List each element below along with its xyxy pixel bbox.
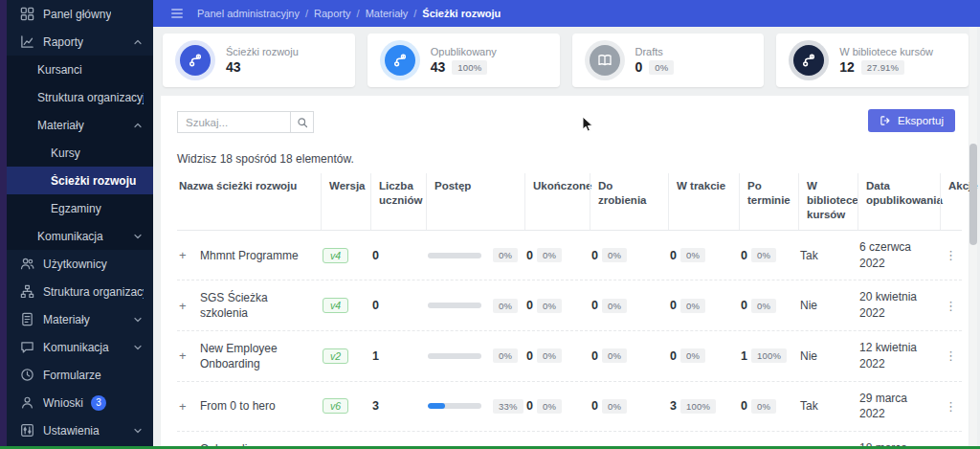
stat-card-value: 12 27.91%: [839, 59, 933, 75]
breadcrumb-item[interactable]: Panel administracyjny: [197, 8, 300, 19]
breadcrumb-item[interactable]: Materiały: [366, 8, 409, 19]
students-cell: 0: [370, 290, 426, 321]
todo-cell: 00%: [590, 391, 668, 422]
in-progress-cell: 3100%: [668, 391, 739, 422]
in-progress-cell: 00%: [668, 340, 739, 371]
students-cell: 0: [370, 240, 426, 271]
row-actions-button[interactable]: ⋮: [942, 299, 960, 313]
sidebar-item-struktura-organizacyjna[interactable]: Struktura organizacyjna: [7, 83, 153, 111]
stat-card-text: Opublikowany 43 100%: [431, 46, 497, 75]
sidebar-item-użytkownicy[interactable]: Użytkownicy: [7, 250, 153, 278]
sidebar-item-label: Ustawienia: [43, 424, 100, 438]
sidebar-item-label: Materiały: [37, 119, 84, 132]
sidebar-item-egzaminy[interactable]: Egzaminy: [7, 194, 153, 222]
menu-collapse-icon[interactable]: [170, 7, 184, 20]
students-cell: 1: [370, 341, 426, 371]
sidebar-item-label: Egzaminy: [51, 202, 101, 215]
stat-card-label: W bibliotece kursów: [839, 46, 933, 57]
breadcrumb: Panel administracyjny/Raporty/Materiały/…: [197, 8, 501, 19]
sidebar-item-kursy[interactable]: Kursy: [7, 139, 153, 167]
stat-count: 1: [741, 349, 747, 363]
stat-percent-badge: 0%: [602, 399, 627, 414]
paths-table: Nazwa ścieżki rozwojuWersjaLiczba ucznió…: [177, 173, 962, 449]
stat-count: 0: [670, 249, 677, 262]
stat-card-label: Opublikowany: [431, 46, 497, 57]
stat-count: 0: [591, 399, 598, 413]
path-name: New Employee Onboarding: [200, 341, 315, 371]
sidebar-item-panel-główny[interactable]: Panel główny: [7, 0, 153, 28]
stat-percent-badge: 0%: [602, 248, 627, 262]
stat-card-value: 0 0%: [635, 59, 675, 75]
row-actions-button[interactable]: ⋮: [942, 399, 960, 414]
sidebar-item-struktura-organizacyjna[interactable]: Struktura organizacyjna: [7, 278, 153, 305]
column-header-nazwa-ścieżki-rozwoju: Nazwa ścieżki rozwoju: [177, 173, 321, 230]
actions-cell: ⋮: [940, 290, 962, 322]
todo-cell: 00%: [590, 239, 668, 271]
in-library-cell: Nie: [798, 290, 858, 321]
settings-icon: [20, 423, 34, 438]
users-icon: [20, 257, 34, 271]
stat-count: 0: [591, 249, 598, 262]
path-name-cell: + SGS Ścieżka szkolenia: [177, 281, 321, 329]
progress-percent-badge: 33%: [493, 399, 523, 414]
progress-percent-badge: 0%: [493, 248, 518, 262]
path-icon: [180, 45, 211, 76]
sidebar-item-raporty[interactable]: Raporty: [7, 28, 153, 56]
sidebar-item-wnioski[interactable]: Wnioski 3: [7, 389, 153, 416]
search-input[interactable]: [177, 111, 290, 133]
path-name-cell: + New Employee Onboarding: [177, 332, 321, 380]
row-actions-button[interactable]: ⋮: [942, 348, 960, 363]
completed-cell: 00%: [524, 239, 590, 271]
sidebar-item-ścieżki-rozwoju[interactable]: Ścieżki rozwoju: [7, 167, 153, 194]
sidebar-item-label: Panel główny: [43, 8, 111, 21]
stat-percent-badge: 0%: [680, 348, 705, 363]
chevron-down-icon: [132, 231, 144, 242]
sidebar-item-materiały[interactable]: Materiały: [7, 305, 153, 333]
expand-row-button[interactable]: +: [179, 399, 200, 414]
notification-badge: 3: [91, 395, 106, 411]
sidebar-item-kursanci[interactable]: Kursanci: [7, 56, 153, 83]
sidebar-item-formularze[interactable]: Formularze: [7, 361, 153, 389]
version-cell: v4: [321, 289, 370, 322]
sidebar-item-label: Wnioski: [43, 396, 83, 410]
version-cell: v6: [321, 390, 370, 422]
stat-cards: Ścieżki rozwoju 43 Opublikowany 43 100% …: [163, 34, 969, 87]
expand-row-button[interactable]: +: [179, 348, 200, 363]
stat-count: 0: [526, 349, 533, 363]
sidebar-item-materiały[interactable]: Materiały: [7, 111, 153, 139]
breadcrumb-item[interactable]: Raporty: [314, 8, 351, 19]
stat-card-label: Ścieżki rozwoju: [226, 46, 299, 57]
sidebar-item-label: Formularze: [43, 369, 101, 382]
version-badge: v4: [323, 248, 348, 263]
students-count: 1: [372, 349, 379, 363]
breadcrumb-separator: /: [357, 8, 360, 19]
stat-value: 43: [226, 59, 241, 75]
chevron-up-icon: [132, 120, 144, 131]
main-content: Ścieżki rozwoju 43 Opublikowany 43 100% …: [153, 27, 980, 449]
column-header-w-trakcie: W trakcie: [668, 173, 739, 230]
stat-percentage-badge: 27.91%: [861, 60, 904, 75]
table-body: + Mhmnt Programme v4 0 0% 00% 00% 00% 00…: [177, 231, 962, 449]
search-icon: [297, 117, 308, 128]
sidebar-item-komunikacja[interactable]: Komunikacja: [7, 222, 153, 250]
stat-percent-badge: 0%: [680, 299, 705, 313]
expand-row-button[interactable]: +: [179, 248, 200, 262]
sidebar-item-label: Kursanci: [37, 63, 82, 77]
stat-count: 0: [526, 249, 533, 262]
sidebar-item-komunikacja[interactable]: Komunikacja: [7, 333, 153, 361]
export-button[interactable]: Eksportuj: [868, 109, 955, 132]
chat-icon: [20, 340, 34, 354]
progress-cell: 0%: [426, 290, 524, 322]
expand-row-button[interactable]: +: [179, 299, 200, 313]
stat-card-label: Drafts: [635, 46, 675, 57]
table-row: + Mhmnt Programme v4 0 0% 00% 00% 00% 00…: [177, 231, 962, 281]
stat-value: 12: [839, 59, 855, 75]
stat-value: 43: [431, 59, 446, 75]
table-row: + From 0 to hero v6 3 33% 00% 00% 3100% …: [177, 382, 962, 433]
search-button[interactable]: [290, 111, 314, 133]
todo-cell: 00%: [590, 340, 668, 371]
publish-date-cell: 29 marca 2022: [858, 382, 940, 432]
row-actions-button[interactable]: ⋮: [942, 248, 960, 262]
sidebar-item-ustawienia[interactable]: Ustawienia: [7, 416, 153, 444]
scrollbar-thumb[interactable]: [969, 144, 977, 245]
